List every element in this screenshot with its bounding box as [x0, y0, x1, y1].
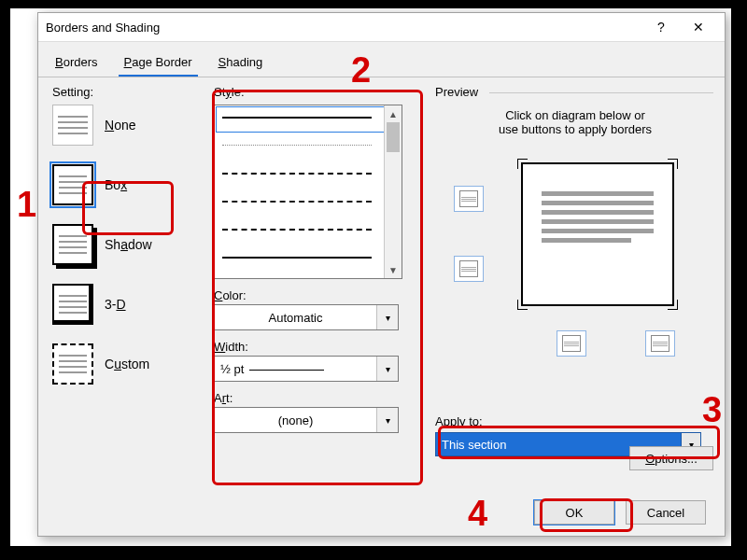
dialog-title: Borders and Shading — [46, 21, 642, 35]
style-item-dash2[interactable] — [215, 189, 402, 217]
setting-group: Setting: None None Box Box Shadow — [52, 85, 202, 403]
setting-shadow[interactable]: Shadow Shadow — [52, 224, 202, 265]
scroll-thumb[interactable] — [387, 122, 400, 152]
tab-bar: Borders Page Border Shading Borders Page… — [38, 42, 725, 77]
setting-3d[interactable]: 3-D 3-D — [52, 284, 202, 325]
page-preview[interactable] — [521, 162, 674, 306]
style-item-dashdotdot[interactable] — [215, 245, 402, 273]
border-left-button[interactable] — [557, 330, 586, 357]
dialog-footer: OK Cancel — [534, 500, 706, 525]
cancel-button[interactable]: Cancel — [626, 500, 706, 525]
setting-box[interactable]: Box Box — [52, 164, 202, 205]
separator — [489, 92, 713, 93]
ok-button[interactable]: OK — [534, 500, 614, 525]
tab-page-border[interactable]: Page Border — [119, 51, 198, 77]
color-label: Color: — [214, 288, 415, 302]
threed-icon — [52, 284, 93, 325]
tab-shading[interactable]: Shading — [213, 51, 269, 77]
setting-label: Setting: — [52, 85, 202, 99]
box-icon — [52, 164, 93, 205]
border-right-button[interactable] — [645, 330, 675, 357]
style-listbox[interactable]: ▲ ▼ — [214, 105, 402, 279]
art-label: Art: — [214, 391, 415, 405]
mini-page-icon — [459, 260, 478, 277]
scroll-down-icon[interactable]: ▼ — [385, 261, 402, 278]
chevron-down-icon: ▾ — [376, 357, 398, 381]
setting-none-label: None — [105, 118, 135, 133]
color-combo[interactable]: Automatic ▾ — [214, 304, 399, 330]
mini-page-icon — [562, 335, 581, 352]
style-item-dashdot[interactable] — [215, 217, 402, 245]
titlebar: Borders and Shading ? ✕ — [38, 13, 725, 42]
width-value: ½ pt — [215, 362, 376, 376]
scroll-up-icon[interactable]: ▲ — [385, 105, 402, 122]
style-item-dash[interactable] — [215, 161, 402, 189]
apply-to-label: Apply to: — [435, 414, 715, 428]
color-value: Automatic — [215, 311, 376, 325]
chevron-down-icon: ▾ — [376, 408, 398, 432]
chevron-down-icon: ▾ — [376, 305, 398, 329]
setting-3d-label: 3-D — [105, 297, 126, 312]
shadow-icon — [52, 224, 93, 265]
options-button[interactable]: Options... — [629, 446, 713, 470]
dialog-content: Setting: None None Box Box Shadow — [38, 77, 725, 525]
options-label: Options... — [645, 452, 698, 466]
style-group: Style: Style: ▲ ▼ Color: Color: Automati… — [214, 85, 415, 433]
tab-page-border-label: Page Border — [124, 55, 192, 69]
art-combo[interactable]: (none) ▾ — [214, 407, 399, 433]
close-button[interactable]: ✕ — [680, 14, 717, 40]
mini-page-icon — [651, 335, 669, 352]
width-combo[interactable]: ½ pt ▾ — [214, 356, 399, 382]
style-item-solid[interactable] — [215, 105, 402, 133]
style-label: Style: — [214, 85, 415, 99]
preview-group: Preview Click on diagram below oruse but… — [435, 85, 715, 456]
border-bottom-button[interactable] — [454, 256, 484, 282]
tab-borders-label: Borders — [55, 55, 98, 69]
custom-icon — [52, 343, 93, 385]
width-label: Width: — [214, 340, 415, 354]
preview-hint: Click on diagram below oruse buttons to … — [435, 108, 715, 136]
setting-shadow-label: Shadow — [105, 237, 152, 252]
art-value: (none) — [215, 413, 376, 427]
style-scrollbar[interactable]: ▲ ▼ — [384, 105, 402, 278]
borders-shading-dialog: Borders and Shading ? ✕ Borders Page Bor… — [37, 12, 726, 537]
tab-shading-label: Shading — [218, 55, 263, 69]
setting-custom-label: Custom — [105, 357, 149, 371]
preview-area — [435, 153, 715, 358]
mini-page-icon — [459, 190, 478, 207]
style-item-dotted[interactable] — [215, 133, 402, 161]
setting-none[interactable]: None None — [52, 105, 202, 146]
border-top-button[interactable] — [454, 186, 484, 212]
tab-borders[interactable]: Borders — [49, 51, 104, 77]
none-icon — [52, 105, 93, 146]
help-button[interactable]: ? — [642, 14, 680, 40]
setting-custom[interactable]: Custom Custom — [52, 343, 202, 385]
setting-box-label: Box — [105, 177, 127, 192]
